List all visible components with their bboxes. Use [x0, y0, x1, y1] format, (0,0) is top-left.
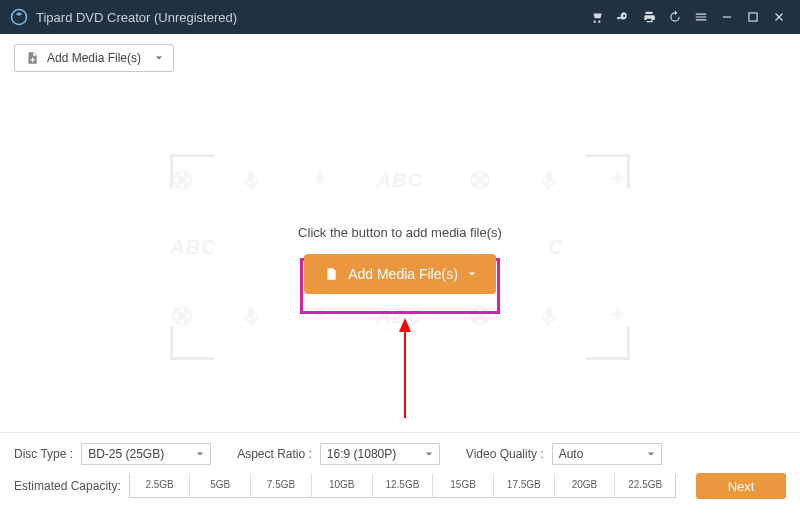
- capacity-label: Estimated Capacity:: [14, 479, 121, 493]
- gauge-tick: 10GB: [329, 479, 355, 490]
- chevron-down-icon: [468, 270, 476, 278]
- aspect-ratio-label: Aspect Ratio :: [237, 447, 312, 461]
- svg-point-16: [472, 178, 476, 182]
- gauge-tick: 17.5GB: [507, 479, 541, 490]
- sparkle-icon: [308, 304, 332, 328]
- svg-point-0: [12, 10, 27, 25]
- add-file-icon: [25, 51, 39, 65]
- reel-icon: [468, 304, 492, 328]
- video-quality-value: Auto: [559, 447, 584, 461]
- disc-type-select[interactable]: BD-25 (25GB): [81, 443, 211, 465]
- disc-type-control: Disc Type : BD-25 (25GB): [14, 443, 211, 465]
- close-icon[interactable]: [768, 6, 790, 28]
- chevron-down-icon: [425, 450, 433, 458]
- reel-icon: [170, 168, 194, 192]
- abc-watermark: ABC: [377, 169, 423, 192]
- bottom-bar: Disc Type : BD-25 (25GB) Aspect Ratio : …: [0, 432, 800, 514]
- add-media-hint: Click the button to add media file(s): [298, 225, 502, 240]
- cart-icon[interactable]: [586, 6, 608, 28]
- reel-icon: [468, 168, 492, 192]
- gauge-tick: 15GB: [450, 479, 476, 490]
- toolbar: Add Media File(s): [0, 34, 800, 86]
- svg-rect-31: [546, 307, 552, 319]
- svg-rect-4: [32, 57, 33, 62]
- aspect-ratio-value: 16:9 (1080P): [327, 447, 396, 461]
- sparkle-icon: [308, 168, 332, 192]
- svg-point-28: [484, 314, 488, 318]
- svg-rect-34: [331, 273, 332, 278]
- add-media-button-center[interactable]: Add Media File(s): [304, 254, 496, 294]
- add-media-button-toolbar[interactable]: Add Media File(s): [14, 44, 174, 72]
- chevron-down-icon: [647, 450, 655, 458]
- svg-rect-17: [546, 171, 552, 183]
- app-title: Tipard DVD Creator (Unregistered): [36, 10, 237, 25]
- printer-icon[interactable]: [638, 6, 660, 28]
- chevron-down-icon: [155, 54, 163, 62]
- menu-icon[interactable]: [690, 6, 712, 28]
- svg-point-6: [180, 172, 184, 176]
- aspect-ratio-select[interactable]: 16:9 (1080P): [320, 443, 440, 465]
- video-quality-label: Video Quality :: [466, 447, 544, 461]
- titlebar: Tipard DVD Creator (Unregistered): [0, 0, 800, 34]
- app-logo-icon: [10, 8, 28, 26]
- svg-point-20: [180, 308, 184, 312]
- gauge-tick: 20GB: [572, 479, 598, 490]
- abc-watermark: C: [548, 236, 563, 259]
- video-quality-select[interactable]: Auto: [552, 443, 662, 465]
- svg-point-22: [180, 320, 184, 324]
- svg-point-8: [180, 184, 184, 188]
- svg-point-9: [174, 178, 178, 182]
- history-icon[interactable]: [664, 6, 686, 28]
- minimize-icon[interactable]: [716, 6, 738, 28]
- gauge-tick: 7.5GB: [267, 479, 295, 490]
- svg-point-29: [478, 320, 482, 324]
- disc-type-value: BD-25 (25GB): [88, 447, 164, 461]
- mic-icon: [537, 304, 561, 328]
- svg-rect-25: [250, 322, 252, 326]
- reel-icon: [170, 304, 194, 328]
- svg-point-23: [174, 314, 178, 318]
- gauge-tick: 2.5GB: [145, 479, 173, 490]
- svg-point-15: [478, 184, 482, 188]
- svg-rect-10: [248, 171, 254, 183]
- capacity-gauge: 2.5GB 5GB 7.5GB 10GB 12.5GB 15GB 17.5GB …: [129, 474, 676, 498]
- abc-watermark: ABC: [170, 236, 216, 259]
- svg-rect-18: [548, 186, 550, 190]
- sparkle-icon: [606, 304, 630, 328]
- svg-rect-2: [749, 13, 757, 21]
- watermark-row: ABC: [170, 304, 630, 328]
- svg-point-27: [478, 308, 482, 312]
- watermark-row: ABC: [170, 168, 630, 192]
- gauge-tick: 5GB: [210, 479, 230, 490]
- drop-stage: ABC ABC C ABC Click the button to add me…: [0, 86, 800, 432]
- svg-rect-11: [250, 186, 252, 190]
- svg-point-30: [472, 314, 476, 318]
- gauge-tick: 22.5GB: [628, 479, 662, 490]
- video-quality-control: Video Quality : Auto: [466, 443, 662, 465]
- mic-icon: [537, 168, 561, 192]
- svg-point-14: [484, 178, 488, 182]
- mic-icon: [239, 168, 263, 192]
- abc-watermark: ABC: [377, 305, 423, 328]
- add-media-label: Add Media File(s): [348, 266, 458, 282]
- svg-rect-24: [248, 307, 254, 319]
- svg-point-21: [186, 314, 190, 318]
- add-file-icon: [324, 267, 338, 281]
- svg-rect-32: [548, 322, 550, 326]
- maximize-icon[interactable]: [742, 6, 764, 28]
- add-media-label: Add Media File(s): [47, 51, 141, 65]
- sparkle-icon: [606, 168, 630, 192]
- chevron-down-icon: [196, 450, 204, 458]
- aspect-ratio-control: Aspect Ratio : 16:9 (1080P): [237, 443, 440, 465]
- disc-type-label: Disc Type :: [14, 447, 73, 461]
- next-label: Next: [728, 479, 755, 494]
- next-button[interactable]: Next: [696, 473, 786, 499]
- svg-point-13: [478, 172, 482, 176]
- svg-rect-1: [723, 16, 731, 17]
- svg-point-7: [186, 178, 190, 182]
- gauge-tick: 12.5GB: [385, 479, 419, 490]
- mic-icon: [239, 304, 263, 328]
- key-icon[interactable]: [612, 6, 634, 28]
